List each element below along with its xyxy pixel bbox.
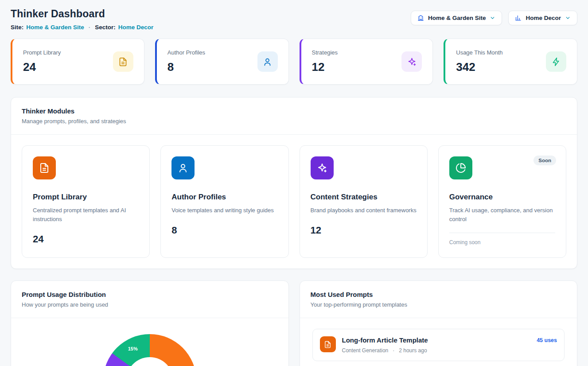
stat-label: Author Profiles bbox=[167, 49, 205, 56]
stats-row: Prompt Library 24 Author Profiles 8 Stra… bbox=[11, 39, 577, 85]
stat-label: Strategies bbox=[312, 49, 338, 56]
prompts-title: Most Used Prompts bbox=[311, 291, 567, 298]
prompt-text: Long-form Article Template Content Gener… bbox=[342, 336, 428, 354]
list-item-long-form-article[interactable]: Long-form Article Template Content Gener… bbox=[312, 329, 565, 361]
stat-text: Author Profiles 8 bbox=[167, 49, 205, 74]
modules-panel-header: Thinker Modules Manage prompts, profiles… bbox=[11, 97, 577, 135]
header-selectors: Home & Garden Site Home Decor bbox=[411, 11, 577, 25]
bottom-row: Prompt Usage Distribution How your promp… bbox=[11, 280, 577, 366]
site-label: Site: bbox=[11, 24, 23, 31]
separator-dot: · bbox=[89, 24, 91, 31]
site-selector-dropdown[interactable]: Home & Garden Site bbox=[411, 11, 502, 25]
usage-title: Prompt Usage Distribution bbox=[22, 291, 278, 298]
user-icon bbox=[171, 156, 195, 179]
stat-label: Usage This Month bbox=[456, 49, 502, 56]
sector-label: Sector: bbox=[95, 24, 116, 31]
stat-value: 24 bbox=[23, 60, 61, 74]
stat-card-author-profiles[interactable]: Author Profiles 8 bbox=[155, 39, 289, 85]
prompt-category: Content Generation bbox=[342, 347, 389, 354]
module-card-content-strategies[interactable]: Content Strategies Brand playbooks and c… bbox=[300, 145, 428, 258]
dashboard-page: Thinker Dashboard Site: Home & Garden Si… bbox=[0, 0, 588, 366]
stat-text: Strategies 12 bbox=[312, 49, 338, 74]
donut-chart[interactable] bbox=[103, 334, 196, 366]
meta-dot: · bbox=[393, 347, 394, 354]
sector-link[interactable]: Home Decor bbox=[118, 24, 154, 31]
chevron-down-icon bbox=[490, 15, 495, 21]
site-link[interactable]: Home & Garden Site bbox=[26, 24, 84, 31]
stat-card-prompt-library[interactable]: Prompt Library 24 bbox=[11, 39, 144, 85]
prompt-time: 2 hours ago bbox=[399, 347, 427, 354]
breadcrumb: Site: Home & Garden Site · Sector: Home … bbox=[11, 24, 153, 31]
module-count: 8 bbox=[171, 225, 277, 236]
sparkle-icon bbox=[401, 51, 422, 72]
user-icon bbox=[257, 51, 278, 72]
document-icon bbox=[320, 336, 336, 352]
building-icon bbox=[417, 15, 424, 21]
modules-title: Thinker Modules bbox=[22, 107, 566, 115]
chevron-down-icon bbox=[565, 15, 571, 21]
usage-subtitle: How your prompts are being used bbox=[22, 301, 278, 308]
module-description: Brand playbooks and content frameworks bbox=[311, 206, 417, 215]
usage-card-header: Prompt Usage Distribution How your promp… bbox=[11, 281, 288, 318]
prompt-meta: Content Generation · 2 hours ago bbox=[342, 347, 428, 354]
module-description: Track AI usage, compliance, and version … bbox=[449, 206, 555, 224]
module-card-governance[interactable]: Soon Governance Track AI usage, complian… bbox=[438, 145, 566, 258]
divider bbox=[449, 233, 555, 233]
sector-selector-dropdown[interactable]: Home Decor bbox=[508, 11, 577, 25]
prompt-title: Long-form Article Template bbox=[342, 336, 428, 344]
modules-subtitle: Manage prompts, profiles, and strategies bbox=[22, 118, 566, 125]
donut-segment-label: 15% bbox=[128, 346, 138, 351]
pie-chart-icon bbox=[449, 156, 472, 179]
page-title: Thinker Dashboard bbox=[11, 8, 153, 20]
prompt-list: Long-form Article Template Content Gener… bbox=[300, 318, 577, 366]
sparkle-icon bbox=[311, 156, 334, 179]
header-left: Thinker Dashboard Site: Home & Garden Si… bbox=[11, 8, 153, 31]
module-description: Voice templates and writing style guides bbox=[171, 206, 277, 215]
document-icon bbox=[33, 156, 56, 179]
module-title: Author Profiles bbox=[171, 193, 277, 202]
prompts-card-header: Most Used Prompts Your top-performing pr… bbox=[300, 281, 577, 318]
stat-card-usage[interactable]: Usage This Month 342 bbox=[444, 39, 577, 85]
document-icon bbox=[113, 51, 133, 72]
donut-chart-wrap: 15% bbox=[103, 334, 196, 366]
module-title: Content Strategies bbox=[311, 193, 417, 202]
modules-grid: Prompt Library Centralized prompt templa… bbox=[11, 135, 577, 269]
page-header: Thinker Dashboard Site: Home & Garden Si… bbox=[11, 8, 577, 31]
coming-soon-text: Coming soon bbox=[449, 239, 555, 245]
site-selector-label: Home & Garden Site bbox=[428, 15, 486, 21]
module-card-prompt-library[interactable]: Prompt Library Centralized prompt templa… bbox=[22, 145, 150, 258]
module-description: Centralized prompt templates and AI inst… bbox=[33, 206, 139, 224]
soon-badge: Soon bbox=[533, 156, 556, 165]
module-title: Prompt Library bbox=[33, 193, 139, 202]
sector-selector-label: Home Decor bbox=[526, 15, 561, 21]
module-count: 24 bbox=[33, 234, 139, 245]
module-count: 12 bbox=[311, 225, 417, 236]
stat-text: Prompt Library 24 bbox=[23, 49, 61, 74]
most-used-prompts-card: Most Used Prompts Your top-performing pr… bbox=[300, 280, 578, 366]
uses-badge: 45 uses bbox=[537, 336, 557, 343]
bar-chart-icon bbox=[515, 15, 522, 21]
bolt-icon bbox=[546, 51, 566, 72]
stat-value: 12 bbox=[312, 60, 338, 74]
stat-value: 342 bbox=[456, 60, 502, 74]
module-card-author-profiles[interactable]: Author Profiles Voice templates and writ… bbox=[160, 145, 288, 258]
thinker-modules-panel: Thinker Modules Manage prompts, profiles… bbox=[11, 97, 577, 269]
prompt-usage-distribution-card: Prompt Usage Distribution How your promp… bbox=[11, 280, 289, 366]
stat-card-strategies[interactable]: Strategies 12 bbox=[300, 39, 433, 85]
stat-text: Usage This Month 342 bbox=[456, 49, 502, 74]
stat-label: Prompt Library bbox=[23, 49, 61, 56]
stat-value: 8 bbox=[167, 60, 205, 74]
prompts-subtitle: Your top-performing prompt templates bbox=[311, 301, 567, 308]
module-title: Governance bbox=[449, 193, 555, 202]
